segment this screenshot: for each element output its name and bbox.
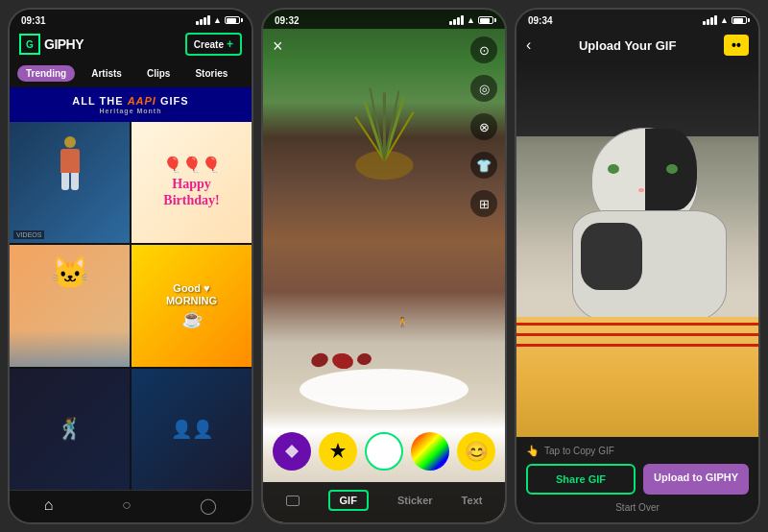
share-gif-button[interactable]: Share GIF [526,464,636,495]
sticker-white[interactable] [365,432,403,471]
home-icon[interactable]: ⌂ [44,496,54,515]
cat-nose [638,188,644,192]
camera-flip-icon[interactable]: ⊙ [470,36,497,63]
tap-copy-area: 👆 Tap to Copy GIF [526,445,749,457]
tap-copy-text: Tap to Copy GIF [544,446,614,456]
gif-cell-cat[interactable]: 🐱 [10,245,130,366]
cup-icon: ☕ [181,308,203,329]
phone2-camera: 09:32 ▲ [261,8,507,524]
gif-cell-morning[interactable]: Good ♥MORNING ☕ [132,245,252,366]
back-button[interactable]: ‹ [526,36,531,54]
screenshots-container: 09:31 ▲ G GIPHY [0,0,768,532]
sticker-smile[interactable]: 😊 [457,432,495,471]
tab-sticker[interactable]: Sticker [397,490,433,511]
close-button[interactable]: × [273,36,283,57]
sticker-row: 😊 [263,426,505,476]
wifi-icon: ▲ [720,15,729,25]
lens-icon[interactable]: ◎ [470,75,497,102]
phone3-status-icons: ▲ [703,15,747,25]
phone2-time: 09:32 [275,15,300,26]
photo-tab-icon [286,496,300,506]
cat-photo [516,61,758,437]
tap-icon: 👆 [526,445,540,457]
expand-icon[interactable]: ⊞ [470,190,497,217]
giphy-nav: Trending Artists Clips Stories Sticker [10,61,252,87]
giphy-logo-box: G [19,34,40,55]
phone1-time: 09:31 [21,15,46,26]
burst-icon [327,441,348,462]
cat-body-area [553,118,747,325]
plus-icon: + [227,37,233,51]
search-icon[interactable]: ○ [122,496,132,515]
phone1-bottom-bar: ⌂ ○ ◯ [10,490,252,522]
phone2-status-bar: 09:32 ▲ [263,10,505,29]
battery-icon [478,16,493,24]
giphy-logo: G GIPHY [19,34,84,55]
tiny-figure: 🧍 [396,317,408,327]
upload-title: Upload Your GIF [579,38,676,53]
svg-marker-8 [330,443,346,458]
rocks [311,353,372,369]
photo-tab-area [286,490,300,511]
start-over-button[interactable]: Start Over [526,502,749,513]
gif-cell-dark2[interactable]: 👤👤 [132,369,252,490]
stripe2 [516,333,758,336]
sticker-purple[interactable] [273,432,311,471]
nav-sticker[interactable]: Sticker [244,65,252,82]
giphy-header: G GIPHY Create + [10,29,252,61]
stripe1 [516,323,758,326]
cat-icon: 🐱 [51,254,89,291]
dark-figure1: 🕺 [57,417,83,442]
gif-cell-sports[interactable]: VIDEOS [10,122,130,243]
phone3-status-bar: 09:34 ▲ [516,10,758,29]
battery-icon [225,16,240,24]
balloons-icon: 🎈🎈🎈 [163,156,221,174]
cat-torso [572,210,727,324]
tab-gif[interactable]: GIF [328,490,369,511]
purple-shape-icon [283,443,300,460]
signal-icon [196,15,210,25]
timer-icon[interactable]: ⊗ [470,113,497,140]
camera-view: 🧍 × ⊙ ◎ ⊗ 👕 ⊞ [263,10,505,522]
phone2-status-icons: ▲ [449,15,493,25]
wifi-icon: ▲ [467,15,475,25]
nav-clips[interactable]: Clips [138,65,179,82]
camera-top-icons: ⊙ ◎ ⊗ 👕 ⊞ [470,36,497,217]
nav-trending[interactable]: Trending [17,65,75,82]
sports-label: VIDEOS [13,230,44,239]
shirt-icon[interactable]: 👕 [470,152,497,179]
plant-svg [336,29,433,234]
menu-dots-button[interactable]: •• [724,35,749,56]
tab-text[interactable]: Text [462,490,483,511]
birthday-text: HappyBirthday! [163,177,219,209]
cat-dark-marking [581,223,642,290]
upload-header: ‹ Upload Your GIF •• [516,29,758,61]
aapi-sub: Heritage Month [17,108,244,114]
nav-artists[interactable]: Artists [83,65,131,82]
signal-icon [703,15,717,25]
sticker-burst[interactable] [319,432,357,471]
upload-giphy-button[interactable]: Upload to GIPHY [643,464,749,495]
profile-icon[interactable]: ◯ [200,496,217,515]
camera-tab-bar: GIF Sticker Text [263,482,505,522]
dark-figure2: 👤👤 [171,419,213,440]
gif-cell-birthday[interactable]: 🎈🎈🎈 HappyBirthday! [132,122,252,243]
wifi-icon: ▲ [213,15,222,25]
sticker-rainbow[interactable] [411,432,449,471]
gif-cell-dark1[interactable]: 🕺 [10,369,130,490]
create-button[interactable]: Create + [185,33,242,56]
phone3-time: 09:34 [528,15,553,26]
battery-icon [732,16,747,24]
blanket [516,317,758,437]
cat-eye-left [608,164,619,174]
aapi-banner: ALL THE AAPI GIFS Heritage Month [10,87,252,122]
stripe3 [516,344,758,347]
nav-stories[interactable]: Stories [186,65,236,82]
aapi-highlight: AAPI [128,95,156,107]
signal-icon [449,15,464,25]
plate [300,369,468,410]
phone1-status-icons: ▲ [196,15,240,25]
giphy-logo-text: GIPHY [44,36,84,52]
gif-grid: VIDEOS 🎈🎈🎈 HappyBirthday! 🐱 Good ♥MORNIN… [10,122,252,490]
phone1-status-bar: 09:31 ▲ [10,10,252,29]
